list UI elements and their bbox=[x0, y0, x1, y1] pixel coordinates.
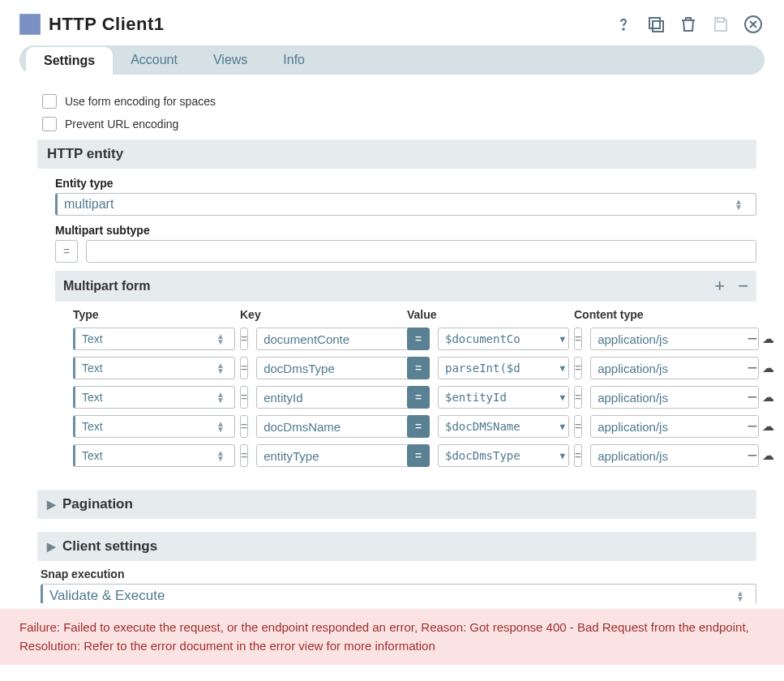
pagination-heading: Pagination bbox=[62, 496, 133, 512]
row-ct-input[interactable] bbox=[590, 415, 759, 438]
page-title: HTTP Client1 bbox=[49, 14, 612, 35]
use-form-encoding-checkbox[interactable] bbox=[42, 94, 57, 109]
col-content-type: Content type bbox=[574, 308, 736, 321]
error-text: Failure: Failed to execute the request, … bbox=[19, 620, 749, 653]
table-row: Text▲▼ = =$entityId▼ =☁ − bbox=[55, 383, 756, 412]
row-type-select[interactable]: Text▲▼ bbox=[73, 357, 235, 379]
row-key-input[interactable] bbox=[256, 357, 425, 379]
row-value-input[interactable]: $entityId▼ bbox=[438, 386, 569, 409]
row-key-input[interactable] bbox=[256, 444, 425, 467]
svg-rect-1 bbox=[649, 18, 660, 28]
suggest-icon[interactable]: ☁ bbox=[762, 448, 774, 463]
pagination-section[interactable]: ▶ Pagination bbox=[37, 490, 756, 519]
snap-icon bbox=[19, 14, 41, 35]
row-type-select[interactable]: Text▲▼ bbox=[73, 386, 235, 409]
row-value-input[interactable]: parseInt($d▼ bbox=[438, 357, 569, 379]
row-value-input[interactable]: $docDmsType▼ bbox=[438, 444, 569, 467]
multipart-subtype-input[interactable] bbox=[86, 240, 756, 263]
svg-point-0 bbox=[623, 28, 624, 30]
col-type: Type bbox=[73, 308, 235, 321]
http-entity-section: HTTP entity bbox=[37, 139, 756, 169]
row-key-expr-toggle[interactable]: = bbox=[240, 415, 248, 438]
settings-scroll[interactable]: Use form encoding for spaces Prevent URL… bbox=[0, 81, 784, 603]
row-delete-button[interactable]: − bbox=[741, 445, 764, 466]
col-key: Key bbox=[240, 308, 402, 321]
table-row: Text▲▼ = =$docDMSName▼ =☁ − bbox=[55, 412, 756, 441]
client-settings-heading: Client settings bbox=[62, 538, 157, 555]
chevron-down-icon: ▼ bbox=[559, 451, 565, 461]
table-row: Text▲▼ = =parseInt($d▼ =☁ − bbox=[55, 353, 756, 383]
svg-rect-2 bbox=[653, 21, 663, 32]
row-key-expr-toggle[interactable]: = bbox=[240, 357, 248, 379]
table-row: Text▲▼ = =$docDmsType▼ =☁ − bbox=[55, 441, 756, 470]
close-icon[interactable] bbox=[742, 13, 765, 36]
snap-execution-label: Snap execution bbox=[41, 568, 756, 580]
tab-info[interactable]: Info bbox=[265, 45, 323, 75]
row-key-input[interactable] bbox=[256, 328, 425, 350]
row-ct-input[interactable] bbox=[590, 357, 759, 379]
row-key-input[interactable] bbox=[256, 415, 425, 438]
row-value-expr-toggle[interactable]: = bbox=[407, 415, 430, 438]
entity-type-select[interactable]: multipart ▲▼ bbox=[55, 193, 756, 216]
row-ct-input[interactable] bbox=[590, 444, 759, 467]
http-entity-heading: HTTP entity bbox=[47, 146, 123, 162]
row-ct-input[interactable] bbox=[590, 386, 759, 409]
row-ct-expr-toggle[interactable]: = bbox=[574, 357, 582, 379]
client-settings-section[interactable]: ▶ Client settings bbox=[37, 532, 756, 561]
tabs-bar: Settings Account Views Info bbox=[19, 45, 765, 75]
row-delete-button[interactable]: − bbox=[741, 416, 764, 437]
snap-execution-select[interactable]: Validate & Execute ▲▼ bbox=[41, 584, 756, 603]
trash-icon[interactable] bbox=[677, 13, 700, 36]
row-value-expr-toggle[interactable]: = bbox=[407, 357, 430, 379]
row-ct-input[interactable] bbox=[590, 328, 759, 350]
snap-execution-stepper-icon: ▲▼ bbox=[736, 590, 751, 602]
multipart-form-section: Multipart form + − bbox=[55, 271, 756, 302]
save-icon[interactable] bbox=[709, 13, 732, 36]
chevron-right-icon: ▶ bbox=[47, 540, 56, 553]
help-icon[interactable] bbox=[612, 13, 635, 36]
add-row-button[interactable]: + bbox=[714, 276, 725, 297]
row-ct-expr-toggle[interactable]: = bbox=[574, 444, 582, 467]
row-delete-button[interactable]: − bbox=[741, 358, 764, 379]
row-value-expr-toggle[interactable]: = bbox=[407, 328, 430, 350]
suggest-icon[interactable]: ☁ bbox=[762, 332, 774, 346]
row-delete-button[interactable]: − bbox=[741, 387, 764, 408]
remove-row-button[interactable]: − bbox=[738, 276, 748, 297]
error-banner: Failure: Failed to execute the request, … bbox=[0, 609, 784, 665]
suggest-icon[interactable]: ☁ bbox=[762, 419, 774, 434]
row-type-select[interactable]: Text▲▼ bbox=[73, 415, 235, 438]
col-value: Value bbox=[407, 308, 569, 321]
chevron-down-icon: ▼ bbox=[559, 363, 565, 374]
row-ct-expr-toggle[interactable]: = bbox=[574, 415, 582, 438]
row-ct-expr-toggle[interactable]: = bbox=[574, 386, 582, 409]
row-type-select[interactable]: Text▲▼ bbox=[73, 328, 235, 350]
prevent-url-encoding-label: Prevent URL encoding bbox=[65, 118, 178, 131]
use-form-encoding-label: Use form encoding for spaces bbox=[65, 95, 216, 108]
row-key-expr-toggle[interactable]: = bbox=[240, 444, 248, 467]
suggest-icon[interactable]: ☁ bbox=[762, 390, 774, 405]
row-value-expr-toggle[interactable]: = bbox=[407, 444, 430, 467]
entity-type-stepper-icon: ▲▼ bbox=[735, 199, 749, 210]
row-delete-button[interactable]: − bbox=[741, 328, 764, 349]
tab-account[interactable]: Account bbox=[113, 45, 195, 75]
duplicate-icon[interactable] bbox=[645, 13, 667, 36]
entity-type-label: Entity type bbox=[55, 177, 756, 190]
table-row: Text▲▼ = =$documentCo▼ =☁ − bbox=[55, 324, 756, 353]
chevron-down-icon: ▼ bbox=[559, 334, 565, 345]
row-value-input[interactable]: $docDMSName▼ bbox=[438, 415, 569, 438]
row-type-select[interactable]: Text▲▼ bbox=[73, 444, 235, 467]
row-value-input[interactable]: $documentCo▼ bbox=[438, 328, 569, 350]
svg-rect-3 bbox=[718, 18, 724, 22]
row-key-expr-toggle[interactable]: = bbox=[240, 328, 248, 350]
multipart-form-heading: Multipart form bbox=[63, 279, 151, 293]
multipart-subtype-label: Multipart subtype bbox=[55, 224, 756, 237]
tab-views[interactable]: Views bbox=[195, 45, 265, 75]
row-ct-expr-toggle[interactable]: = bbox=[574, 328, 582, 350]
row-key-expr-toggle[interactable]: = bbox=[240, 386, 248, 409]
suggest-icon[interactable]: ☁ bbox=[762, 361, 774, 375]
multipart-subtype-expression-toggle[interactable]: = bbox=[55, 240, 78, 263]
row-key-input[interactable] bbox=[256, 386, 425, 409]
row-value-expr-toggle[interactable]: = bbox=[407, 386, 430, 409]
tab-settings[interactable]: Settings bbox=[26, 47, 113, 75]
prevent-url-encoding-checkbox[interactable] bbox=[42, 117, 57, 131]
